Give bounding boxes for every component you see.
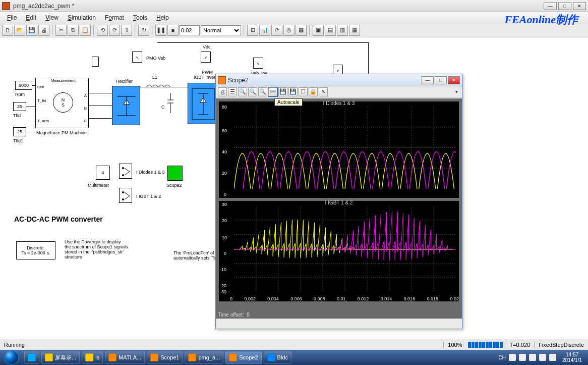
menu-file[interactable]: File xyxy=(3,13,21,22)
tb-icon-9[interactable]: ▦ xyxy=(349,25,360,36)
clock[interactable]: 14:572014/1/1 xyxy=(559,352,585,363)
model-title: AC-DC-AC PWM converter xyxy=(14,215,103,223)
pause-icon[interactable]: ❚❚ xyxy=(155,25,166,36)
taskbar-item-6[interactable]: Bldc xyxy=(264,351,291,363)
svg-point-1 xyxy=(122,167,124,169)
save-icon[interactable]: 💾 xyxy=(26,25,37,36)
redo-icon[interactable]: ⟳ xyxy=(109,25,120,36)
tray-icon[interactable] xyxy=(529,354,536,361)
scope-min-button[interactable]: — xyxy=(422,76,434,84)
vdc-block[interactable]: v xyxy=(201,51,211,63)
stop-icon[interactable]: ■ xyxy=(167,25,179,36)
undo-icon[interactable]: ⟲ xyxy=(97,25,108,36)
time-offset: Time offset: 0 xyxy=(218,312,250,318)
vabinv-block[interactable]: v xyxy=(253,58,263,69)
refresh-icon[interactable]: ↻ xyxy=(138,25,149,36)
taskbar-item-4[interactable]: pmg_a... xyxy=(185,351,223,363)
titlebar: pmg_ac2dc2ac_pwm * — □ ✕ xyxy=(0,0,588,12)
scope-close-button[interactable]: ✕ xyxy=(448,76,460,84)
menu-format[interactable]: Format xyxy=(101,13,128,22)
tray-icon[interactable] xyxy=(519,354,526,361)
menu-simulation[interactable]: Simulation xyxy=(64,13,100,22)
scope-zoomy-icon[interactable]: 🔍 xyxy=(258,87,267,96)
lang-indicator[interactable]: CH xyxy=(499,355,506,360)
tb-icon-6[interactable]: ▣ xyxy=(313,25,324,36)
cut-icon[interactable]: ✂ xyxy=(55,25,67,36)
scope-print-icon[interactable]: 🖨 xyxy=(218,87,227,96)
multimeter-block[interactable]: 4 xyxy=(96,166,110,180)
simulink-icon xyxy=(188,353,196,361)
min-button[interactable]: — xyxy=(544,2,557,10)
toolbar: 🗋 📂 💾 🖨 ✂ ⧉ 📋 ⟲ ⟳ ⇧ ↻ ❚❚ ■ Normal ⊞ 📊 ⟳ … xyxy=(0,23,588,37)
menu-edit[interactable]: Edit xyxy=(22,13,40,22)
label-vdc: Vdc xyxy=(203,44,211,49)
taskbar-item-5[interactable]: Scope2 xyxy=(225,351,261,363)
tray-icon[interactable] xyxy=(549,354,556,361)
scope-restore-icon[interactable]: 💾 xyxy=(288,87,298,96)
tray-icon[interactable] xyxy=(509,354,516,361)
tb-icon-3[interactable]: ⟳ xyxy=(271,25,282,36)
tb-icon-1[interactable]: ⊞ xyxy=(247,25,258,36)
const-tfld1[interactable]: 25 xyxy=(13,127,26,136)
tb-icon-5[interactable]: ▦ xyxy=(296,25,307,36)
plot1-svg xyxy=(234,107,456,189)
tb-icon-2[interactable]: 📊 xyxy=(259,25,270,36)
taskbar-item-2[interactable]: MATLA... xyxy=(105,351,145,363)
up-icon[interactable]: ⇧ xyxy=(121,25,132,36)
tb-icon-7[interactable]: ▤ xyxy=(325,25,336,36)
stoptime-input[interactable] xyxy=(180,25,200,35)
close-button[interactable]: ✕ xyxy=(573,2,586,10)
taskbar-item-1[interactable]: ls xyxy=(82,351,103,363)
rectifier-block[interactable] xyxy=(112,86,140,125)
tb-icon-8[interactable]: ▥ xyxy=(337,25,348,36)
scope-lock-icon[interactable]: 🔒 xyxy=(309,87,318,96)
label-tfld: Tfld xyxy=(13,113,21,118)
scope-zoomx-icon[interactable]: 🔍 xyxy=(248,87,257,96)
copy-icon[interactable]: ⧉ xyxy=(68,25,79,36)
powergui-block[interactable]: Discrete, Ts = 2e-006 s. xyxy=(16,241,55,259)
scope-float-icon[interactable]: ☐ xyxy=(299,87,308,96)
scope2-block[interactable] xyxy=(167,166,183,181)
max-button[interactable]: □ xyxy=(558,2,571,10)
tray-icon[interactable] xyxy=(539,354,546,361)
menu-view[interactable]: View xyxy=(41,13,63,22)
systray: CH 14:572014/1/1 xyxy=(496,352,588,363)
start-button[interactable] xyxy=(0,350,23,365)
matlab-icon xyxy=(108,353,116,361)
scope-titlebar[interactable]: Scope2 — □ ✕ xyxy=(216,74,462,86)
pm-machine-block[interactable]: rpm T_fld T_arm A B C Measurement N S xyxy=(35,78,89,128)
scope-params-icon[interactable]: ☰ xyxy=(228,87,237,96)
taskbar-item-0[interactable]: 屏幕录... xyxy=(41,351,80,363)
const-rpm[interactable]: 8000 xyxy=(15,81,32,90)
scope-window[interactable]: Scope2 — □ ✕ 🖨 ☰ 🔍 🔍 🔍 👓 💾 💾 ☐ 🔒 ∿ ▾ Aut… xyxy=(215,74,462,329)
taskbar-ie[interactable] xyxy=(24,351,39,363)
inverter-block[interactable] xyxy=(188,83,218,124)
print-icon[interactable]: 🖨 xyxy=(38,25,49,36)
plot-iigbt: I IGBT 1 & 2 30 20 10 0 -10 -20 -30 0 0.… xyxy=(219,201,459,301)
label-multimeter: Multimeter xyxy=(88,183,109,188)
ie-icon xyxy=(28,353,36,361)
scope-toolbar: 🖨 ☰ 🔍 🔍 🔍 👓 💾 💾 ☐ 🔒 ∿ ▾ Autoscale xyxy=(216,86,462,97)
taskbar-item-3[interactable]: Scope1 xyxy=(147,351,183,363)
simmode-select[interactable]: Normal xyxy=(201,25,241,35)
terminator[interactable] xyxy=(92,57,99,67)
taskbar: 屏幕录... ls MATLA... Scope1 pmg_a... Scope… xyxy=(0,350,588,365)
selector2[interactable] xyxy=(119,188,132,203)
const-tfld[interactable]: 25 xyxy=(13,102,26,111)
scope-signal-icon[interactable]: ∿ xyxy=(319,87,328,96)
pmgvab-block[interactable]: v xyxy=(132,51,142,63)
scope-autoscale-icon[interactable]: 👓 xyxy=(268,87,277,96)
scope-menu-chevron-icon[interactable]: ▾ xyxy=(455,89,460,94)
scope-save-icon[interactable]: 💾 xyxy=(278,87,287,96)
scope-zoomin-icon[interactable]: 🔍 xyxy=(238,87,247,96)
open-icon[interactable]: 📂 xyxy=(14,25,25,36)
tb-icon-4[interactable]: ◎ xyxy=(283,25,295,36)
menu-help[interactable]: Help xyxy=(152,13,173,22)
new-icon[interactable]: 🗋 xyxy=(2,25,13,36)
menu-tools[interactable]: Tools xyxy=(129,13,151,22)
scope-max-button[interactable]: □ xyxy=(435,76,447,84)
status-pct: 100% xyxy=(443,342,466,348)
paste-icon[interactable]: 📋 xyxy=(80,25,91,36)
selector1[interactable] xyxy=(119,164,132,179)
label-rpm: Rpm xyxy=(15,92,25,97)
